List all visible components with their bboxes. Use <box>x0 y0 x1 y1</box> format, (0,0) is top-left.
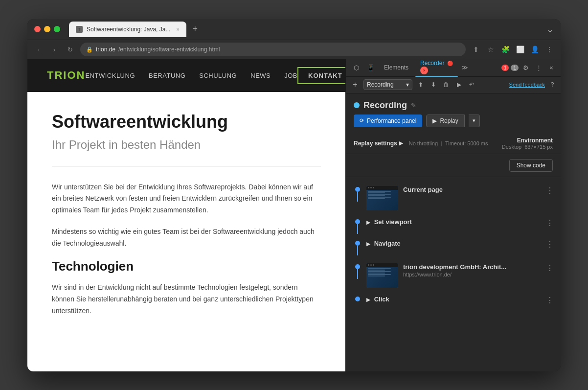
url-domain: trion.de <box>96 46 115 53</box>
step-title-4: trion development GmbH: Archit... <box>403 263 540 271</box>
env-details: Desktop 637×715 px <box>502 144 553 150</box>
content-area: TRION ENTWICKLUNG BERATUNG SCHULUNG NEWS… <box>27 59 561 371</box>
sidebar-btn[interactable]: ⬜ <box>515 44 525 55</box>
step-set-viewport[interactable]: ▶ Set viewport ⋮ <box>346 215 561 237</box>
show-code-btn[interactable]: Show code <box>509 159 553 172</box>
step-info-5: ▶ Click <box>366 296 540 304</box>
step-more-4[interactable]: ⋮ <box>545 263 555 273</box>
step-title-3: ▶ Navigate <box>366 240 540 247</box>
env-resolution: 637×715 px <box>524 144 553 150</box>
step-dot-5 <box>355 297 360 301</box>
recording-selector[interactable]: Recording ▾ <box>363 79 412 90</box>
step-timeline-2 <box>354 219 362 234</box>
active-tab[interactable]: T Softwareentwicklung: Java, Ja... × <box>69 22 186 37</box>
close-traffic-light[interactable] <box>34 26 41 32</box>
share-btn[interactable]: ⬆ <box>471 44 481 55</box>
import-btn[interactable]: ⬇ <box>428 79 439 90</box>
tab-close-btn[interactable]: × <box>176 26 179 32</box>
recording-header: Recording ✎ <box>346 93 561 115</box>
nav-entwicklung[interactable]: ENTWICKLUNG <box>85 72 135 79</box>
devtools-settings-btn[interactable]: ⚙ <box>520 62 531 73</box>
step-click[interactable]: ▶ Click ⋮ <box>346 293 561 308</box>
tab-title: Softwareentwicklung: Java, Ja... <box>87 26 170 33</box>
error-badge: 1 <box>501 65 509 71</box>
paragraph-2: Mindestens so wichtig wie ein gutes Team… <box>52 226 321 250</box>
devtools-responsive-btn[interactable]: 📱 <box>364 61 377 74</box>
nav-news[interactable]: NEWS <box>250 72 271 79</box>
step-dot-1 <box>355 187 360 192</box>
step-timeline-4 <box>354 264 362 279</box>
tab-bar: T Softwareentwicklung: Java, Ja... × + <box>69 22 542 37</box>
replay-play-icon: ▶ <box>432 117 437 124</box>
extension-btn[interactable]: 🧩 <box>500 44 511 55</box>
recorder-tab-close[interactable]: × <box>420 67 428 74</box>
settings-arrow-icon: ▶ <box>399 140 403 146</box>
edit-recording-name-btn[interactable]: ✎ <box>411 102 416 109</box>
titlebar: T Softwareentwicklung: Java, Ja... × + ⌄ <box>27 19 561 40</box>
delete-btn[interactable]: 🗑 <box>441 79 452 90</box>
site-header: TRION ENTWICKLUNG BERATUNG SCHULUNG NEWS… <box>27 59 345 92</box>
trion-logo: TRION <box>47 69 85 82</box>
site-body: Softwareentwicklung Ihr Projekt in beste… <box>27 92 345 371</box>
page-subtitle: Ihr Projekt in besten Händen <box>52 138 321 167</box>
performance-panel-btn[interactable]: ⟳ Performance panel <box>354 115 422 127</box>
steps-list[interactable]: Current page ⋮ ▶ Set viewport <box>346 177 561 371</box>
step-title-2: ▶ Set viewport <box>366 218 540 226</box>
export-btn[interactable]: ⬆ <box>415 79 426 90</box>
step-subtitle-4: https://www.trion.de/ <box>403 272 540 277</box>
step-more-5[interactable]: ⋮ <box>545 296 555 305</box>
devtools-panel: ⬡ 📱 Elements Recorder 🔴 × ≫ 1 1 ⚙ ⋮ × <box>345 59 561 371</box>
site-nav: ENTWICKLUNG BERATUNG SCHULUNG NEWS JOB <box>85 72 297 79</box>
step-line-4 <box>357 269 358 279</box>
step-title-5: ▶ Click <box>366 296 540 303</box>
devtools-inspect-btn[interactable]: ⬡ <box>350 61 362 74</box>
step-more-3[interactable]: ⋮ <box>545 240 555 250</box>
devtools-toolbar2: + Recording ▾ ⬆ ⬇ 🗑 ▶ ↶ Send feedback ? <box>346 77 561 93</box>
replay-settings-btn[interactable]: Replay settings ▶ <box>354 140 403 147</box>
nav-job[interactable]: JOB <box>284 72 297 79</box>
step-trion-page[interactable]: trion development GmbH: Archit... https:… <box>346 258 561 293</box>
tab-elements[interactable]: Elements <box>379 62 413 73</box>
step-navigate[interactable]: ▶ Navigate ⋮ <box>346 237 561 258</box>
tab-recorder[interactable]: Recorder 🔴 × <box>415 59 458 78</box>
minimize-traffic-light[interactable] <box>44 26 50 32</box>
devtools-more-btn[interactable]: ⋮ <box>533 62 544 73</box>
address-bar[interactable]: 🔒 trion.de/entwicklung/software-entwickl… <box>80 43 466 56</box>
more-tabs-btn[interactable]: ≫ <box>462 64 468 71</box>
step-timeline-5 <box>354 297 362 301</box>
reload-btn[interactable]: ↻ <box>65 44 75 55</box>
replay-settings-left: Replay settings ▶ No throttling | Timeou… <box>354 140 488 147</box>
nav-beratung[interactable]: BERATUNG <box>149 72 185 79</box>
step-back-btn[interactable]: ↶ <box>466 79 477 90</box>
step-line-3 <box>357 246 358 255</box>
step-line-1 <box>357 192 358 202</box>
step-more-1[interactable]: ⋮ <box>545 186 555 196</box>
section-heading-technologien: Technologien <box>52 259 321 274</box>
env-desktop: Desktop <box>502 144 521 150</box>
play-btn[interactable]: ▶ <box>453 79 464 90</box>
kontakt-button[interactable]: KONTAKT <box>297 67 345 84</box>
step-current-page[interactable]: Current page ⋮ <box>346 181 561 215</box>
step-info-1: Current page <box>403 186 540 194</box>
back-btn[interactable]: ‹ <box>33 44 44 55</box>
add-recording-btn[interactable]: + <box>350 79 361 90</box>
lock-icon: 🔒 <box>86 46 93 53</box>
warn-badge: 1 <box>511 65 519 71</box>
nav-schulung[interactable]: SCHULUNG <box>199 72 237 79</box>
replay-dropdown-btn[interactable]: ▾ <box>469 115 480 127</box>
menu-btn[interactable]: ⋮ <box>544 44 555 55</box>
forward-btn[interactable]: › <box>49 44 60 55</box>
browser-chrome: ‹ › ↻ 🔒 trion.de/entwicklung/software-en… <box>27 40 561 59</box>
step-more-2[interactable]: ⋮ <box>545 218 555 228</box>
window-chevron[interactable]: ⌄ <box>546 24 554 35</box>
send-feedback-link[interactable]: Send feedback <box>509 82 545 88</box>
bookmark-btn[interactable]: ☆ <box>485 44 496 55</box>
help-btn[interactable]: ? <box>548 80 557 89</box>
new-tab-btn[interactable]: + <box>188 23 202 36</box>
step-info-3: ▶ Navigate <box>366 240 540 248</box>
replay-btn[interactable]: ▶ Replay <box>426 115 464 127</box>
fullscreen-traffic-light[interactable] <box>54 26 60 32</box>
profile-btn[interactable]: 👤 <box>529 44 540 55</box>
devtools-close-btn[interactable]: × <box>546 62 557 73</box>
step-thumbnail-4 <box>366 263 398 288</box>
